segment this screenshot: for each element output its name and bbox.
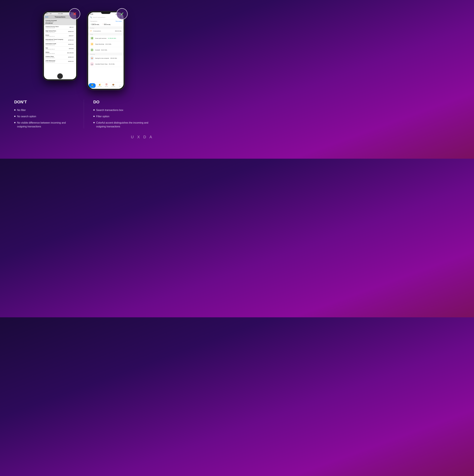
- dont-heading: DON'T: [14, 100, 74, 104]
- received-value: 9,860.00 GEL: [91, 24, 99, 25]
- list-item: No filter: [14, 108, 74, 112]
- new-phone-screen: 9:41 ▲▲ ◈ 🔋 🔍 Search transactions: [88, 12, 124, 89]
- green-print-icon: 🌿: [90, 36, 94, 40]
- bullet-dot: [14, 116, 16, 117]
- home-button[interactable]: [57, 73, 63, 79]
- transactions-label: Transactions: [90, 20, 97, 22]
- transaction-row-telasi[interactable]: ☀️ Telasi Electricity 45.23 GEL: [88, 41, 124, 47]
- yesterday-section-label: Yesterday: [88, 53, 124, 55]
- saving-name: Saving for new computer: [95, 57, 109, 59]
- table-row[interactable]: International Travel Company10 Jan 2013 …: [44, 38, 76, 42]
- new-phone: ✓ 9:41 ▲▲ ◈ 🔋: [87, 11, 125, 90]
- old-phone: ✕ ●●●○○ GS 9:41 AM 🔵 ▲ 🔋 Back Transactio…: [43, 11, 77, 81]
- old-account-number: 123-123456-123: [46, 21, 57, 22]
- planner-label: Planner: [105, 86, 108, 87]
- pending-count: 3 transactions: [93, 30, 114, 32]
- payments-icon: 💰: [99, 84, 101, 86]
- spent-amount-item: ↑ Spent: 590.54 GEL: [102, 23, 111, 25]
- period-filter[interactable]: This month: [115, 20, 122, 22]
- old-time: 9:41 AM: [58, 13, 63, 14]
- pending-section-label: Pending: [88, 27, 124, 29]
- pending-row[interactable]: ⏱ 3 transactions 350.99 GEL: [88, 29, 124, 33]
- pending-icon: ⏱: [90, 30, 92, 32]
- new-main-content: Transactions This month ↓ Received: 9,86…: [88, 19, 124, 82]
- old-account-arrow: ›: [74, 21, 75, 23]
- do-bullet-2: Filter option: [96, 115, 109, 118]
- summary-amounts: ↓ Received: 9,860.00 GEL ↑ Spen: [90, 23, 122, 25]
- good-badge: ✓: [116, 8, 128, 20]
- list-item: Colorful accent distinguishes the incomi…: [93, 121, 153, 128]
- dont-section: DON'T No filter No search option No visi…: [14, 100, 74, 128]
- bullet-dot: [93, 122, 95, 123]
- table-row[interactable]: High School Fees10 Jan 2013 19:22 -$3000…: [44, 29, 76, 34]
- new-summary: Transactions This month ↓ Received: 9,86…: [88, 19, 124, 27]
- nav-payments[interactable]: 💰 Payments: [96, 83, 103, 88]
- pending-amount: 350.99 GEL: [115, 30, 122, 32]
- table-row[interactable]: Central Grocery Store12 Jan 2013 12:34 -…: [44, 25, 76, 29]
- table-row[interactable]: Petrol10 Jan 2013 07:12 -$300.07›: [44, 34, 76, 38]
- table-row[interactable]: Clothes Shop04 Jan 2013 23:45 -$2383.40›: [44, 55, 76, 59]
- green-print-name: Green print services: [95, 38, 106, 39]
- search-input-area[interactable]: 🔍 Search transactions: [90, 17, 120, 18]
- received-amount-item: ↓ Received: 9,860.00 GEL: [90, 23, 99, 25]
- received-info: Received: 9,860.00 GEL: [91, 23, 99, 25]
- old-nav-title: Transactions: [55, 16, 66, 18]
- old-account-header[interactable]: Current Account 123-123456-123 $75,939.4…: [44, 19, 76, 25]
- list-item: Search transactions box: [93, 108, 153, 112]
- dont-bullet-list: No filter No search option No visible di…: [14, 108, 74, 128]
- camellia-name: Camellia Flower Shop: [95, 63, 107, 65]
- table-row[interactable]: Salary05 Jan 2013 09:00 $42,000.00›: [44, 51, 76, 55]
- new-phone-wrapper: ✓ 9:41 ▲▲ ◈ 🔋: [87, 11, 125, 90]
- summary-header: Transactions This month: [90, 20, 122, 22]
- nav-planner[interactable]: ⏰ Planner: [103, 83, 110, 88]
- new-time: 9:41: [90, 13, 93, 15]
- dont-bullet-3: No visible difference between incoming a…: [17, 121, 74, 128]
- bottom-section: DON'T No filter No search option No visi…: [5, 93, 163, 135]
- spent-arrow-icon: ↑: [102, 23, 103, 25]
- do-section: DO Search transactions box Filter option…: [93, 100, 153, 128]
- my-money-label: My money: [90, 86, 95, 87]
- goodwill-amount: 68.23 GEL: [101, 49, 107, 51]
- more-icon: ···: [119, 84, 121, 85]
- bullet-dot: [93, 109, 95, 111]
- table-row[interactable]: Taxi06 Jan 2013 09:12 -$140.95›: [44, 47, 76, 51]
- telasi-icon: ☀️: [90, 42, 94, 46]
- nav-products[interactable]: 📦 Products: [110, 83, 117, 88]
- transaction-row-saving[interactable]: 🐷 Saving for new computer 200.00 GEL: [88, 55, 124, 61]
- received-arrow-icon: ↓: [90, 23, 91, 25]
- bullet-dot: [93, 116, 95, 117]
- old-phone-screen: ●●●○○ GS 9:41 AM 🔵 ▲ 🔋 Back Transactions…: [44, 12, 76, 79]
- products-label: Products: [111, 86, 115, 87]
- list-item: Filter option: [93, 115, 153, 118]
- planner-icon: ⏰: [105, 84, 108, 86]
- search-placeholder: Search transactions: [93, 17, 105, 18]
- old-transactions-list: Central Grocery Store12 Jan 2013 12:34 -…: [44, 25, 76, 79]
- spent-value: 590.54 GEL: [104, 24, 111, 25]
- transaction-row-camellia[interactable]: 🚲 Camellia Flower Shop 45.23 GEL: [88, 61, 124, 67]
- more-label: More: [119, 86, 121, 87]
- goodwill-name: Goodwill: [95, 49, 100, 51]
- camellia-icon: 🚲: [90, 62, 94, 66]
- spent-info: Spent: 590.54 GEL: [104, 23, 111, 25]
- bottom-navigation: 💳 My money 💰 Payments ⏰ Planner 📦: [88, 82, 124, 89]
- section-divider: [84, 100, 84, 128]
- nav-my-money[interactable]: 💳 My money: [89, 83, 96, 88]
- my-money-icon: 💳: [91, 84, 93, 86]
- transaction-row-green-print[interactable]: 🌿 Green print services +9,760.00 GEL: [88, 35, 124, 41]
- transaction-row-goodwill[interactable]: ♻️ Goodwill 68.23 GEL: [88, 47, 124, 53]
- phone-notch: [101, 12, 111, 14]
- payments-label: Payments: [98, 86, 102, 87]
- list-item: No search option: [14, 115, 74, 118]
- old-account-info: Current Account 123-123456-123 $75,939.4…: [46, 20, 57, 24]
- page-container: ✕ ●●●○○ GS 9:41 AM 🔵 ▲ 🔋 Back Transactio…: [0, 0, 168, 149]
- do-bullet-1: Search transactions box: [96, 108, 123, 112]
- nav-more[interactable]: ··· More: [117, 83, 124, 88]
- old-back-button[interactable]: Back: [45, 16, 48, 18]
- table-row[interactable]: Automated Credit08 Jan 2013 12:45 $4200.…: [44, 42, 76, 47]
- do-bullet-3: Colorful accent distinguishes the incomi…: [96, 121, 153, 128]
- old-phone-wrapper: ✕ ●●●○○ GS 9:41 AM 🔵 ▲ 🔋 Back Transactio…: [43, 11, 77, 81]
- bad-badge: ✕: [69, 8, 80, 20]
- old-account-balance: $75,939.45: [46, 22, 57, 24]
- green-print-amount: +9,760.00 GEL: [108, 38, 116, 39]
- table-row[interactable]: ATM Withdrawal02 Jan 2013 09:23 -$4000.0…: [44, 59, 76, 64]
